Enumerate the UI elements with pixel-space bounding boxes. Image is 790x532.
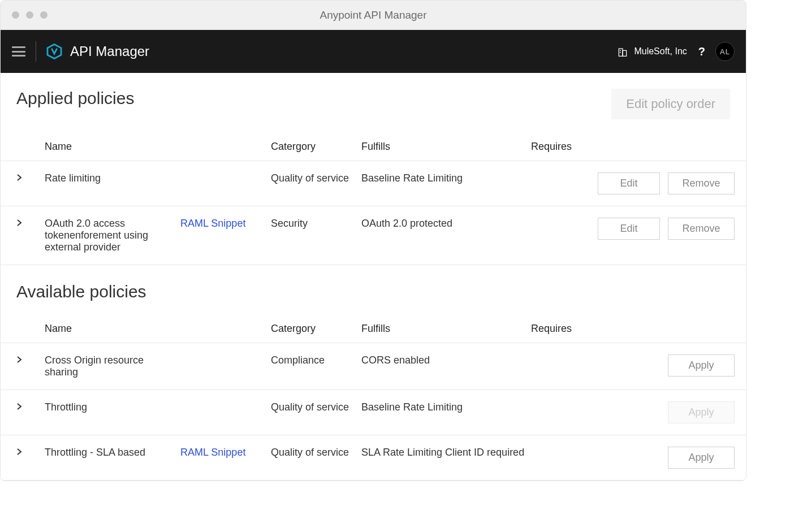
window-title: Anypoint API Manager (1, 9, 746, 21)
main-content: Applied policies Edit policy order Name … (1, 73, 746, 481)
avatar[interactable]: AL (715, 42, 735, 61)
policy-name: Throttling - SLA based (45, 447, 180, 459)
policy-fulfills: SLA Rate Limiting Client ID required (361, 447, 531, 459)
col-requires: Requires (531, 141, 593, 153)
edit-policy-order-button[interactable]: Edit policy order (611, 89, 730, 119)
policy-name: Cross Origin resource sharing (45, 354, 180, 378)
col-category: Catergory (271, 141, 361, 153)
menu-icon[interactable] (12, 46, 25, 57)
svg-rect-3 (620, 50, 621, 51)
edit-button[interactable]: Edit (598, 218, 660, 240)
close-window-icon[interactable] (12, 11, 19, 19)
org-name: MuleSoft, Inc (634, 46, 687, 57)
applied-header: Applied policies Edit policy order (1, 89, 746, 124)
edit-button[interactable]: Edit (598, 172, 660, 194)
policy-fulfills: CORS enabled (361, 354, 531, 366)
svg-marker-0 (48, 44, 61, 58)
policy-category: Quality of service (271, 447, 361, 459)
svg-rect-4 (620, 52, 621, 53)
policy-fulfills: OAuth 2.0 protected (361, 218, 531, 230)
policy-name: Rate limiting (45, 172, 180, 184)
applied-row: Rate limiting Quality of service Baselin… (1, 161, 746, 206)
apply-button[interactable]: Apply (668, 447, 735, 469)
expand-icon[interactable] (16, 447, 45, 458)
nav-divider (36, 41, 36, 62)
expand-icon[interactable] (16, 172, 45, 184)
expand-icon[interactable] (16, 401, 45, 413)
policy-name: OAuth 2.0 access tokenenforement using e… (45, 218, 180, 253)
svg-rect-2 (623, 50, 627, 56)
policy-category: Security (271, 218, 361, 230)
apply-button[interactable]: Apply (668, 354, 735, 377)
policy-category: Compliance (271, 354, 361, 366)
svg-rect-1 (619, 49, 623, 56)
col-name: Name (45, 323, 180, 335)
col-name: Name (45, 141, 180, 153)
building-icon (617, 46, 628, 57)
policy-fulfills: Baseline Rate Limiting (361, 401, 531, 413)
window-controls (12, 11, 48, 19)
org-selector[interactable]: MuleSoft, Inc (617, 46, 687, 57)
policy-category: Quality of service (271, 172, 361, 184)
available-row: Throttling - SLA based RAML Snippet Qual… (1, 435, 746, 481)
help-icon[interactable]: ? (698, 45, 705, 58)
col-category: Catergory (271, 323, 361, 335)
available-row: Throttling Quality of service Baseline R… (1, 390, 746, 435)
col-fulfills: Fulfills (361, 323, 531, 335)
applied-row: OAuth 2.0 access tokenenforement using e… (1, 206, 746, 265)
maximize-window-icon[interactable] (40, 11, 48, 19)
applied-title: Applied policies (16, 89, 134, 108)
policy-name: Throttling (45, 401, 180, 413)
applied-thead: Name Catergory Fulfills Requires (1, 124, 746, 161)
raml-snippet-link[interactable]: RAML Snippet (180, 447, 271, 459)
app-name: API Manager (70, 44, 149, 59)
remove-button[interactable]: Remove (668, 218, 735, 240)
policy-category: Quality of service (271, 401, 361, 413)
raml-snippet-link[interactable]: RAML Snippet (180, 218, 271, 230)
available-thead: Name Catergory Fulfills Requires (1, 306, 746, 343)
anypoint-logo-icon (46, 44, 62, 59)
available-table: Name Catergory Fulfills Requires Cross O… (1, 306, 746, 481)
titlebar: Anypoint API Manager (1, 1, 746, 30)
minimize-window-icon[interactable] (26, 11, 33, 19)
app-window: Anypoint API Manager API Manager MuleSof… (0, 0, 746, 481)
expand-icon[interactable] (16, 218, 45, 229)
expand-icon[interactable] (16, 354, 45, 366)
apply-button: Apply (668, 401, 735, 423)
policy-fulfills: Baseline Rate Limiting (361, 172, 531, 184)
remove-button[interactable]: Remove (668, 172, 735, 194)
top-nav: API Manager MuleSoft, Inc ? AL (1, 30, 746, 73)
available-row: Cross Origin resource sharing Compliance… (1, 343, 746, 390)
available-header: Available policies (1, 282, 746, 306)
applied-table: Name Catergory Fulfills Requires Rate li… (1, 124, 746, 265)
col-fulfills: Fulfills (361, 141, 531, 153)
available-title: Available policies (16, 282, 146, 301)
col-requires: Requires (531, 323, 593, 335)
